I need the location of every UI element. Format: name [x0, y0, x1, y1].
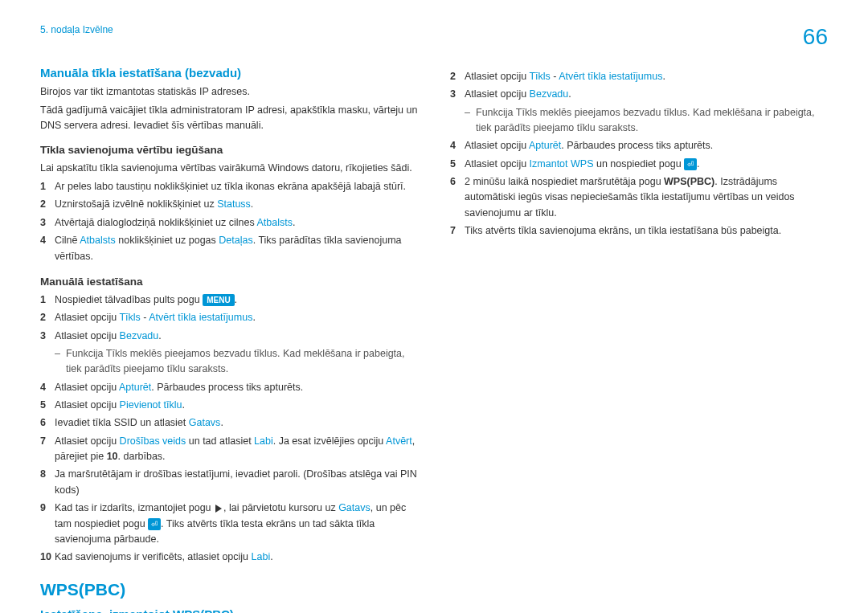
- step: 8Ja maršrutētājam ir drošības iestatījum…: [40, 467, 418, 498]
- heading-manual-wireless: Manuāla tīkla iestatīšana (bezvadu): [40, 66, 418, 80]
- link-done[interactable]: Gatavs: [189, 417, 221, 428]
- steps-get-values: 1Ar peles labo taustiņu noklikšķiniet uz…: [40, 179, 418, 264]
- step: 4Atlasiet opciju Apturēt. Pārbaudes proc…: [40, 380, 418, 395]
- step: 5Atlasiet opciju Izmantot WPS un nospied…: [450, 157, 828, 172]
- page-number: 66: [803, 24, 828, 50]
- step: 7Atlasiet opciju Drošības veids un tad a…: [40, 434, 418, 465]
- link-open-network-settings[interactable]: Atvērt tīkla iestatījumus: [149, 312, 252, 323]
- step: 7Tiks atvērts tīkla savienojuma ekrāns, …: [450, 223, 828, 239]
- step: 62 minūšu laikā nospiediet maršrutētāja …: [450, 174, 828, 221]
- left-column: Manuāla tīkla iestatīšana (bezvadu) Biro…: [40, 66, 418, 613]
- enter-icon: ⏎: [684, 158, 697, 170]
- step: 2Atlasiet opciju Tīkls - Atvērt tīkla ie…: [40, 310, 418, 325]
- step: 3Atlasiet opciju Bezvadu.: [40, 329, 418, 344]
- link-stop[interactable]: Apturēt: [529, 140, 561, 151]
- steps-manual-cont: 4Atlasiet opciju Apturēt. Pārbaudes proc…: [40, 380, 418, 566]
- chapter-label: 5. nodaļa Izvēlne: [40, 24, 113, 35]
- step: 9Kad tas ir izdarīts, izmantojiet pogu ,…: [40, 501, 418, 547]
- link-support-tab[interactable]: Atbalsts: [257, 217, 293, 228]
- link-support[interactable]: Atbalsts: [80, 235, 115, 246]
- sub-note: –Funkcija Tīkls meklēs pieejamos bezvadu…: [55, 346, 418, 377]
- link-wireless[interactable]: Bezvadu: [120, 330, 159, 341]
- step: 1Ar peles labo taustiņu noklikšķiniet uz…: [40, 179, 418, 194]
- steps-manual: 1Nospiediet tālvadības pults pogu MENU. …: [40, 292, 418, 344]
- step: 10Kad savienojums ir verificēts, atlasie…: [40, 550, 418, 565]
- link-network[interactable]: Tīkls: [119, 312, 140, 323]
- link-network[interactable]: Tīkls: [529, 71, 550, 82]
- heading-setup-wps: Iestatīšana, izmantojot WPS(PBC): [40, 607, 418, 613]
- step: 6Ievadiet tīkla SSID un atlasiet Gatavs.: [40, 415, 418, 431]
- sub-note: –Funkcija Tīkls meklēs pieejamos bezvadu…: [465, 105, 828, 136]
- link-security-type[interactable]: Drošības veids: [120, 435, 186, 447]
- link-ok[interactable]: Labi: [254, 435, 273, 447]
- steps-wps-cont2: 4Atlasiet opciju Apturēt. Pārbaudes proc…: [450, 138, 828, 239]
- content-columns: Manuāla tīkla iestatīšana (bezvadu) Biro…: [40, 66, 828, 613]
- link-open-network-settings[interactable]: Atvērt tīkla iestatījumus: [559, 71, 662, 82]
- link-ok[interactable]: Labi: [252, 551, 271, 562]
- heading-get-values: Tīkla savienojuma vērtību iegūšana: [40, 144, 418, 156]
- para: Tādā gadījumā vaicājiet tīkla administra…: [40, 103, 418, 133]
- step: 5Atlasiet opciju Pievienot tīklu.: [40, 398, 418, 413]
- link-details[interactable]: Detaļas: [219, 235, 252, 246]
- link-status[interactable]: Statuss: [217, 198, 251, 210]
- link-wireless[interactable]: Bezvadu: [530, 88, 569, 100]
- page-header: 5. nodaļa Izvēlne 66: [40, 24, 828, 50]
- link-stop[interactable]: Apturēt: [119, 382, 151, 393]
- step: 1Nospiediet tālvadības pults pogu MENU.: [40, 292, 418, 308]
- heading-wps-pbc: WPS(PBC): [40, 580, 418, 599]
- heading-manual-setup: Manuālā iestatīšana: [40, 276, 418, 288]
- link-use-wps[interactable]: Izmantot WPS: [530, 158, 594, 170]
- right-column: 2Atlasiet opciju Tīkls - Atvērt tīkla ie…: [450, 66, 828, 613]
- para: Birojos var tikt izmantotas statiskās IP…: [40, 84, 418, 100]
- link-add-network[interactable]: Pievienot tīklu: [120, 399, 182, 411]
- play-icon: [215, 505, 222, 513]
- step: 4Cilnē Atbalsts noklikšķiniet uz pogas D…: [40, 233, 418, 264]
- para: Lai apskatītu tīkla savienojuma vērtības…: [40, 161, 418, 176]
- step: 2Atlasiet opciju Tīkls - Atvērt tīkla ie…: [450, 69, 828, 84]
- menu-button-icon: MENU: [203, 294, 234, 306]
- step: 4Atlasiet opciju Apturēt. Pārbaudes proc…: [450, 138, 828, 153]
- enter-icon: ⏎: [148, 518, 161, 530]
- step: 2Uznirstošajā izvēlnē noklikšķiniet uz S…: [40, 197, 418, 212]
- step: 3Atvērtajā dialoglodziņā noklikšķiniet u…: [40, 215, 418, 231]
- steps-wps-cont: 2Atlasiet opciju Tīkls - Atvērt tīkla ie…: [450, 69, 828, 103]
- link-done[interactable]: Gatavs: [338, 502, 371, 513]
- link-open[interactable]: Atvērt: [386, 435, 412, 447]
- step: 3Atlasiet opciju Bezvadu.: [450, 87, 828, 102]
